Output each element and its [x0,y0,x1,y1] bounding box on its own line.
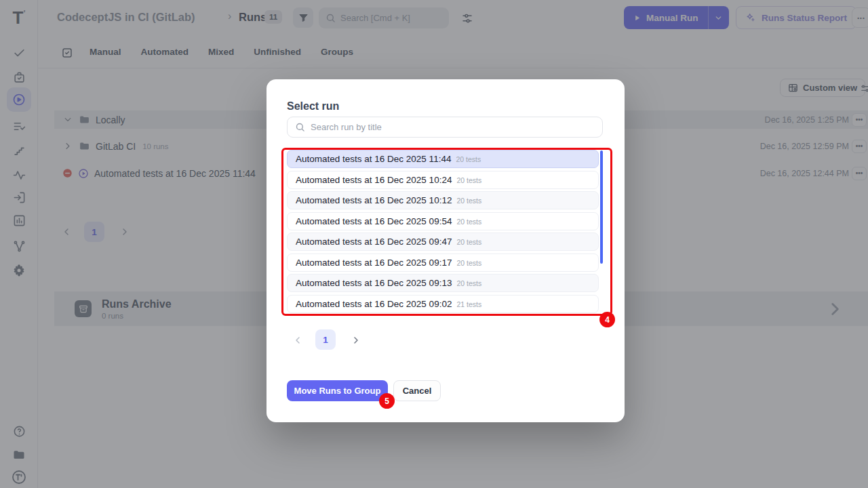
run-option-title: Automated tests at 16 Dec 2025 09:13 [296,278,452,288]
run-option[interactable]: Automated tests at 16 Dec 2025 10:24 20 … [287,171,599,189]
run-option-title: Automated tests at 16 Dec 2025 10:12 [296,195,452,205]
modal-page-number-button[interactable]: 1 [315,329,336,350]
run-option-title: Automated tests at 16 Dec 2025 10:24 [296,175,452,185]
run-option-test-count: 20 tests [456,218,481,226]
run-option[interactable]: Automated tests at 16 Dec 2025 09:47 20 … [287,232,599,251]
run-option[interactable]: Automated tests at 16 Dec 2025 09:54 20 … [287,212,599,230]
run-option-test-count: 20 tests [456,197,481,205]
run-option-title: Automated tests at 16 Dec 2025 09:54 [296,216,452,226]
select-run-modal: Select run Automated tests at 16 Dec 202… [267,79,625,422]
modal-page-prev-button[interactable] [292,335,303,346]
run-list: Automated tests at 16 Dec 2025 11:44 20 … [287,150,599,315]
run-option-test-count: 20 tests [456,176,481,184]
run-option[interactable]: Automated tests at 16 Dec 2025 09:13 20 … [287,274,599,292]
move-runs-to-group-button[interactable]: Move Runs to Group [287,380,388,401]
run-option-test-count: 20 tests [456,259,481,267]
run-option-title: Automated tests at 16 Dec 2025 11:44 [296,154,451,164]
modal-page-next-button[interactable] [351,335,361,346]
run-option-title: Automated tests at 16 Dec 2025 09:47 [296,237,452,247]
run-option[interactable]: Automated tests at 16 Dec 2025 09:17 20 … [287,253,599,272]
run-option-title: Automated tests at 16 Dec 2025 09:17 [296,258,452,268]
run-option-test-count: 20 tests [456,279,481,287]
run-option[interactable]: Automated tests at 16 Dec 2025 10:12 20 … [287,191,599,209]
run-search[interactable] [287,117,603,138]
cancel-button[interactable]: Cancel [393,380,441,401]
run-option-test-count: 21 tests [456,300,481,308]
run-option-test-count: 20 tests [456,238,481,246]
run-search-input[interactable] [311,122,568,132]
run-option-title: Automated tests at 16 Dec 2025 09:02 [296,299,452,309]
list-scrollbar-thumb[interactable] [600,150,603,264]
search-icon [295,122,305,132]
run-option[interactable]: Automated tests at 16 Dec 2025 09:02 21 … [287,295,599,313]
run-option[interactable]: Automated tests at 16 Dec 2025 11:44 20 … [287,150,599,168]
modal-title: Select run [287,100,339,113]
run-option-test-count: 20 tests [456,155,481,163]
